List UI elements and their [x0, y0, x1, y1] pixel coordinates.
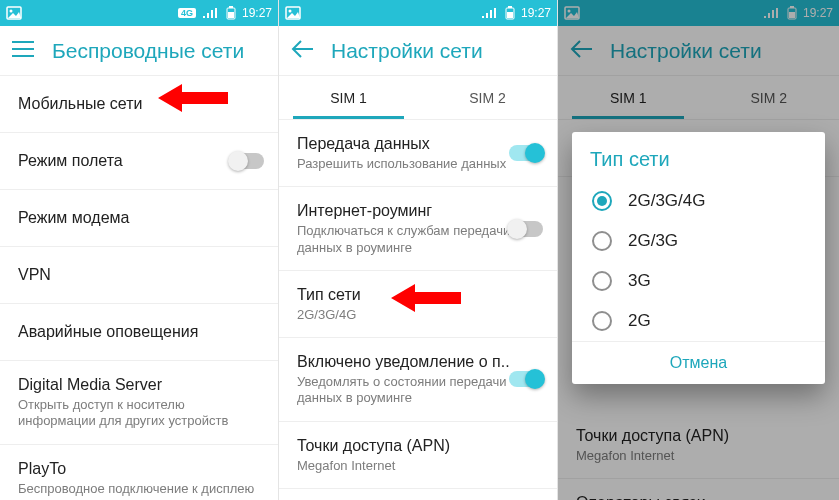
- label: Интернет-роуминг: [297, 201, 539, 221]
- sublabel: Уведомлять о состоянии передачи данных в…: [297, 372, 539, 407]
- cancel-button[interactable]: Отмена: [670, 354, 727, 372]
- sublabel: Подключаться к службам передачи данных в…: [297, 221, 539, 256]
- item-airplane-mode[interactable]: Режим полета: [0, 133, 278, 190]
- item-dms[interactable]: Digital Media Server Открыть доступ к но…: [0, 361, 278, 445]
- screen-network-settings: 19:27 Настройки сети SIM 1 SIM 2 Передач…: [279, 0, 558, 500]
- label: Режим полета: [18, 147, 260, 175]
- data-toggle[interactable]: [509, 145, 543, 161]
- menu-icon[interactable]: [12, 41, 34, 61]
- label: Передача данных: [297, 134, 539, 154]
- annotation-arrow-icon: [158, 82, 228, 114]
- radio-icon: [592, 191, 612, 211]
- svg-point-7: [289, 10, 292, 13]
- sublabel: Беспроводное подключение к дисплею: [18, 479, 260, 497]
- battery-icon: [505, 6, 515, 20]
- option-3g[interactable]: 3G: [572, 261, 825, 301]
- status-bar: 4G 19:27: [0, 0, 278, 26]
- option-label: 2G: [628, 311, 651, 331]
- dialog-title: Тип сети: [572, 132, 825, 181]
- net-4g-badge: 4G: [178, 8, 196, 18]
- item-emergency-alerts[interactable]: Аварийные оповещения: [0, 304, 278, 361]
- svg-rect-10: [507, 12, 513, 18]
- row-apn[interactable]: Точки доступа (APN) Megafon Internet: [279, 422, 557, 489]
- signal-icon: [202, 7, 220, 19]
- item-playto[interactable]: PlayTo Беспроводное подключение к диспле…: [0, 445, 278, 501]
- option-2g3g[interactable]: 2G/3G: [572, 221, 825, 261]
- option-2g[interactable]: 2G: [572, 301, 825, 341]
- roaming-toggle[interactable]: [509, 221, 543, 237]
- row-roaming-notification[interactable]: Включено уведомление о п.. Уведомлять о …: [279, 338, 557, 422]
- picture-icon: [285, 6, 301, 20]
- dialog-actions: Отмена: [572, 341, 825, 384]
- signal-icon: [481, 7, 499, 19]
- svg-marker-5: [158, 84, 228, 112]
- tab-label: SIM 1: [330, 90, 367, 106]
- item-vpn[interactable]: VPN: [0, 247, 278, 304]
- sim-tabs: SIM 1 SIM 2: [279, 76, 557, 120]
- label: PlayTo: [18, 459, 260, 479]
- row-data-transfer[interactable]: Передача данных Разрешить использование …: [279, 120, 557, 187]
- label: Digital Media Server: [18, 375, 260, 395]
- option-2g3g4g[interactable]: 2G/3G/4G: [572, 181, 825, 221]
- battery-icon: [226, 6, 236, 20]
- row-roaming[interactable]: Интернет-роуминг Подключаться к службам …: [279, 187, 557, 271]
- label: Включено уведомление о п..: [297, 352, 539, 372]
- svg-rect-9: [508, 6, 512, 8]
- tab-sim2[interactable]: SIM 2: [418, 76, 557, 119]
- screen-header: Настройки сети: [279, 26, 557, 76]
- svg-rect-3: [229, 6, 233, 8]
- row-operators[interactable]: Операторы связи Выберите оператора связи: [279, 489, 557, 500]
- label: VPN: [18, 261, 260, 289]
- radio-icon: [592, 271, 612, 291]
- annotation-arrow-icon: [391, 282, 461, 314]
- svg-marker-11: [391, 284, 461, 312]
- label: Режим модема: [18, 204, 260, 232]
- tab-label: SIM 2: [469, 90, 506, 106]
- item-tethering[interactable]: Режим модема: [0, 190, 278, 247]
- radio-icon: [592, 311, 612, 331]
- notify-toggle[interactable]: [509, 371, 543, 387]
- sublabel: Megafon Internet: [297, 456, 539, 474]
- status-bar: 19:27: [279, 0, 557, 26]
- clock: 19:27: [521, 6, 551, 20]
- radio-icon: [592, 231, 612, 251]
- screen-network-type-dialog: 19:27 Настройки сети SIM 1 SIM 2 Передач…: [558, 0, 839, 500]
- sublabel: Открыть доступ к носителю информации для…: [18, 395, 260, 430]
- airplane-toggle[interactable]: [230, 153, 264, 169]
- screen-wireless: 4G 19:27 Беспроводные сети Мобильные сет…: [0, 0, 279, 500]
- svg-rect-4: [228, 12, 234, 18]
- option-label: 2G/3G/4G: [628, 191, 705, 211]
- page-title: Беспроводные сети: [52, 39, 244, 63]
- page-title: Настройки сети: [331, 39, 483, 63]
- sublabel: Разрешить использование данных: [297, 154, 539, 172]
- option-label: 3G: [628, 271, 651, 291]
- screen-header: Беспроводные сети: [0, 26, 278, 76]
- label: Точки доступа (APN): [297, 436, 539, 456]
- back-icon[interactable]: [291, 40, 313, 62]
- tab-sim1[interactable]: SIM 1: [279, 76, 418, 119]
- label: Аварийные оповещения: [18, 318, 260, 346]
- option-label: 2G/3G: [628, 231, 678, 251]
- clock: 19:27: [242, 6, 272, 20]
- item-mobile-networks[interactable]: Мобильные сети: [0, 76, 278, 133]
- network-type-dialog: Тип сети 2G/3G/4G 2G/3G 3G 2G Отмена: [572, 132, 825, 384]
- picture-icon: [6, 6, 22, 20]
- svg-point-1: [10, 10, 13, 13]
